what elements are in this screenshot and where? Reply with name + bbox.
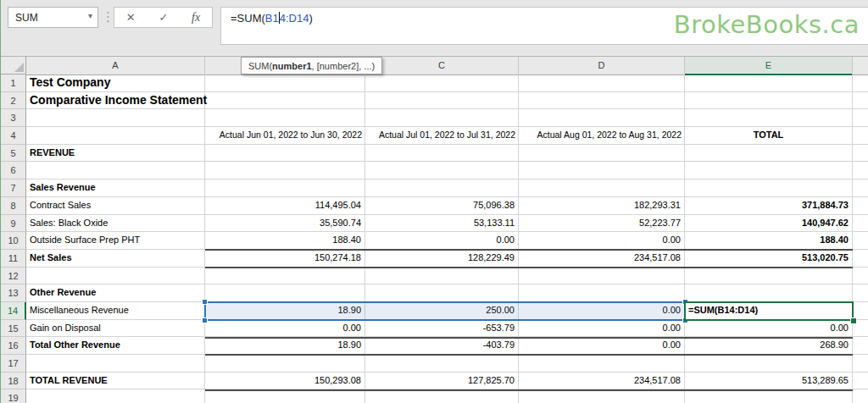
cell-E8[interactable]: 371,884.73 [685,197,853,215]
cell-B15[interactable]: 0.00 [205,320,365,338]
cell-F10[interactable] [853,232,868,250]
cell-F8[interactable] [853,197,868,215]
cell-E7[interactable] [685,179,853,197]
cell-D4[interactable]: Actual Aug 01, 2022 to Aug 31, 2022 [519,127,685,145]
cell-D5[interactable] [519,145,685,163]
col-header-D[interactable]: D [519,57,685,75]
cell-D8[interactable]: 182,293.31 [519,197,685,215]
cell-F2[interactable] [853,92,868,110]
cell-D3[interactable] [519,109,685,127]
cell-F1[interactable] [853,75,868,92]
formula-bar[interactable]: =SUM(B14:D14) BrokeBooks.ca [220,7,868,45]
cell-A19[interactable] [26,389,205,403]
cell-D18[interactable]: 234,517.08 [519,373,685,390]
cell-B6[interactable] [205,162,365,179]
cell-A18[interactable]: TOTAL REVENUE [26,373,205,390]
cell-F17[interactable] [853,355,868,373]
cell-F12[interactable] [853,268,868,285]
cell-A16[interactable]: Total Other Revenue [26,337,205,355]
cell-A1[interactable]: Test Company [26,75,205,92]
cell-E17[interactable] [685,355,853,373]
cell-C13[interactable] [365,284,519,302]
col-header-C[interactable]: C [365,57,519,75]
cell-F11[interactable] [853,250,868,268]
cell-F4[interactable] [853,127,868,145]
row-header-15[interactable]: 15 [1,320,26,338]
row-header-1[interactable]: 1 [1,75,26,92]
cell-A9[interactable]: Sales: Black Oxide [26,215,205,233]
cell-F5[interactable] [853,145,868,163]
cell-D17[interactable] [519,355,685,373]
cell-D1[interactable] [519,75,685,92]
cell-A3[interactable] [26,109,205,127]
cell-E11[interactable]: 513,020.75 [685,250,853,268]
row-header-14[interactable]: 14 [1,302,26,320]
formula-input[interactable]: =SUM(B14:D14) [231,12,313,25]
cell-E10[interactable]: 188.40 [685,232,853,250]
cancel-icon[interactable]: ✕ [126,8,136,27]
cell-B10[interactable]: 188.40 [205,232,365,250]
cell-B9[interactable]: 35,590.74 [205,215,365,233]
cell-B16[interactable]: 18.90 [205,337,365,355]
cell-F18[interactable] [853,373,868,390]
cell-B13[interactable] [205,284,365,302]
cell-D7[interactable] [519,179,685,197]
cell-C6[interactable] [365,162,519,179]
cell-D13[interactable] [519,284,685,302]
cell-E2[interactable] [685,92,853,110]
row-header-19[interactable]: 19 [1,389,26,403]
cell-F3[interactable] [853,109,868,127]
cell-B17[interactable] [205,355,365,373]
cell-C10[interactable]: 0.00 [365,232,519,250]
cell-B12[interactable] [205,268,365,285]
row-header-6[interactable]: 6 [1,162,26,179]
select-all-corner[interactable] [1,57,26,75]
cell-C8[interactable]: 75,096.38 [365,197,519,215]
cell-A10[interactable]: Outside Surface Prep PHT [26,232,205,250]
cell-C16[interactable]: -403.79 [365,337,519,355]
cell-D9[interactable]: 52,223.77 [519,215,685,233]
col-header-filler[interactable] [853,57,868,75]
cell-F6[interactable] [853,162,868,179]
insert-function-icon[interactable]: fx [192,8,200,27]
cell-C2[interactable] [365,92,519,110]
cell-F9[interactable] [853,215,868,233]
cell-E4[interactable]: TOTAL [685,127,853,145]
row-header-11[interactable]: 11 [1,250,26,268]
cell-D19[interactable] [519,389,685,403]
row-header-12[interactable]: 12 [1,268,26,285]
cell-E5[interactable] [685,145,853,163]
cell-C11[interactable]: 128,229.49 [365,250,519,268]
row-header-18[interactable]: 18 [1,373,26,390]
cell-B11[interactable]: 150,274.18 [205,250,365,268]
cell-B7[interactable] [205,179,365,197]
cell-E18[interactable]: 513,289.65 [685,373,853,390]
cell-C17[interactable] [365,355,519,373]
row-header-3[interactable]: 3 [1,109,26,127]
fill-handle[interactable] [850,317,857,324]
cell-A2[interactable]: Comparative Income Statement [26,92,205,110]
cell-D6[interactable] [519,162,685,179]
cell-A11[interactable]: Net Sales [26,250,205,268]
cell-B3[interactable] [205,109,365,127]
cell-F13[interactable] [853,284,868,302]
cell-A13[interactable]: Other Revenue [26,284,205,302]
cell-C12[interactable] [365,268,519,285]
cell-B8[interactable]: 114,495.04 [205,197,365,215]
cell-A5[interactable]: REVENUE [26,145,205,163]
cell-E16[interactable]: 268.90 [685,337,853,355]
cell-C5[interactable] [365,145,519,163]
cell-F7[interactable] [853,179,868,197]
enter-icon[interactable]: ✓ [159,8,168,27]
cell-B5[interactable] [205,145,365,163]
cell-E9[interactable]: 140,947.62 [685,215,853,233]
row-header-10[interactable]: 10 [1,232,26,250]
row-header-4[interactable]: 4 [1,127,26,145]
cell-C9[interactable]: 53,133.11 [365,215,519,233]
cell-A7[interactable]: Sales Revenue [26,179,205,197]
range-resize-handle[interactable] [202,317,208,323]
cell-E19[interactable] [685,389,853,403]
cell-E3[interactable] [685,109,853,127]
cell-C18[interactable]: 127,825.70 [365,373,519,390]
cell-E12[interactable] [685,268,853,285]
